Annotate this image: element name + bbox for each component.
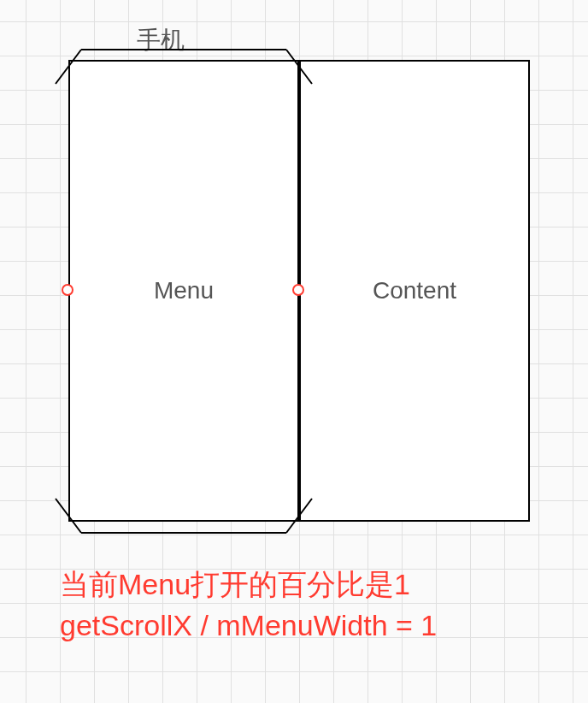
- phone-label: 手机: [137, 24, 185, 56]
- content-panel: Content: [299, 60, 530, 522]
- anchor-dot-right-icon: [292, 284, 304, 296]
- anchor-dot-left-icon: [62, 284, 74, 296]
- caption: 当前Menu打开的百分比是1 getScrollX / mMenuWidth =…: [60, 564, 437, 646]
- menu-label: Menu: [154, 277, 214, 304]
- caption-line-1: 当前Menu打开的百分比是1: [60, 564, 437, 606]
- caption-line-2: getScrollX / mMenuWidth = 1: [60, 606, 437, 647]
- content-label: Content: [373, 277, 456, 304]
- menu-panel: Menu: [68, 60, 299, 522]
